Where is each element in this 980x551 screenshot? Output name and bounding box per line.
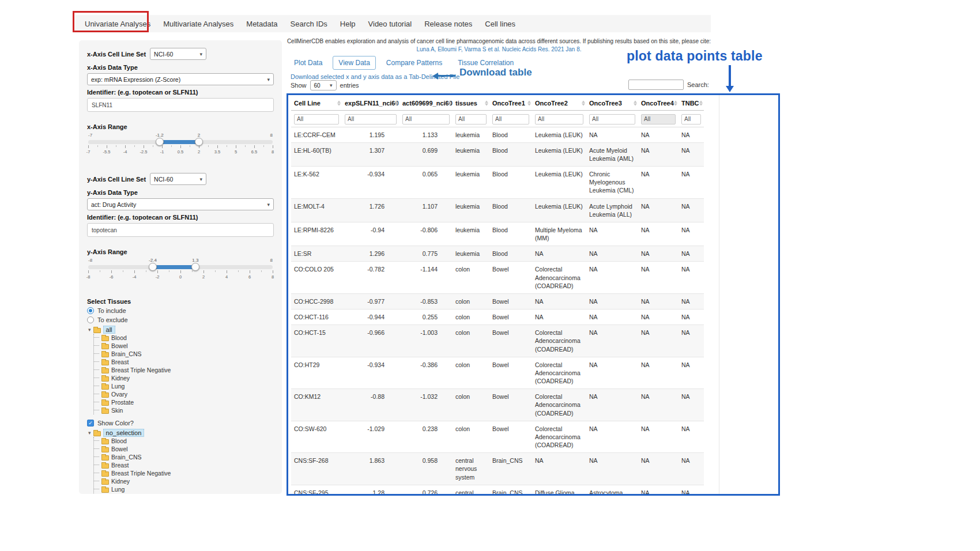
slider-handle-low[interactable] [156, 138, 164, 146]
sort-icon[interactable] [337, 101, 341, 106]
y-data-type-select[interactable]: act: Drug Activity ▾ [87, 198, 274, 210]
table-row[interactable]: CO:HCT-116-0.9440.255colonBowelNANANANA [291, 310, 704, 325]
sort-icon[interactable] [674, 101, 677, 106]
col-header-oncotree2[interactable]: OncoTree2 [532, 96, 586, 111]
include-tree-item-breast-triple-negative[interactable]: Breast Triple Negative [94, 366, 274, 374]
color-tree-item-kidney[interactable]: Kidney [94, 477, 274, 485]
y-cell-line-set-select[interactable]: NCI-60 ▾ [150, 173, 206, 185]
include-tree-item-brain-cns[interactable]: Brain_CNS [94, 350, 274, 358]
table-row[interactable]: LE:HL-60(TB)1.3070.699leukemiaBloodLeuke… [291, 142, 704, 166]
show-color-checkbox[interactable]: ✓ Show Color? [87, 420, 274, 427]
sort-icon[interactable] [448, 101, 451, 106]
table-cell: NA [679, 127, 704, 142]
table-row[interactable]: CNS:SF-2681.8630.958central nervous syst… [291, 453, 704, 485]
x-identifier-input[interactable] [87, 98, 274, 112]
column-filter-cell-line[interactable] [294, 114, 339, 124]
radio-to-include[interactable]: To include [87, 307, 274, 314]
sort-icon[interactable] [699, 101, 703, 106]
include-tree-item-kidney[interactable]: Kidney [94, 374, 274, 382]
nav-item-help[interactable]: Help [334, 20, 362, 28]
col-header-cell-line[interactable]: Cell Line [291, 96, 342, 111]
y-range-slider[interactable]: -88-2.41.3-8-6-4-202468 [88, 258, 273, 284]
column-filter-tissues[interactable] [455, 114, 487, 124]
tree-expand-icon[interactable]: ▾ [88, 327, 91, 333]
color-tree-root[interactable]: ▾no_selection [88, 429, 274, 437]
color-tree-item-breast-triple-negative[interactable]: Breast Triple Negative [94, 469, 274, 477]
column-filter-oncotree1[interactable] [492, 114, 529, 124]
tab-view-data[interactable]: View Data [333, 56, 375, 70]
nav-item-multivariate-analyses[interactable]: Multivariate Analyses [157, 20, 240, 28]
folder-icon [101, 336, 109, 341]
slider-handle-high[interactable] [191, 263, 199, 271]
include-tree-item-ovary[interactable]: Ovary [94, 390, 274, 398]
nav-item-release-notes[interactable]: Release notes [418, 20, 478, 28]
table-row[interactable]: LE:RPMI-8226-0.94-0.806leukemiaBloodMult… [291, 222, 704, 246]
column-filter-act609699-nci60[interactable] [402, 114, 450, 124]
include-tree-root-label[interactable]: all [103, 326, 115, 334]
color-tree-item-ovary[interactable]: Ovary [94, 493, 274, 494]
tree-item-label: Skin [111, 407, 123, 414]
column-filter-oncotree4[interactable] [641, 114, 676, 124]
x-cell-line-set-select[interactable]: NCI-60 ▾ [150, 48, 206, 60]
column-filter-expslfn11-nci60[interactable] [345, 114, 397, 124]
table-row[interactable]: CO:COLO 205-0.782-1.144colonBowelColorec… [291, 262, 704, 294]
col-header-tnbc[interactable]: TNBC [679, 96, 704, 111]
col-header-oncotree4[interactable]: OncoTree4 [638, 96, 679, 111]
color-tree-item-blood[interactable]: Blood [94, 437, 274, 445]
table-row[interactable]: CO:HCT-15-0.966-1.003colonBowelColorecta… [291, 325, 704, 357]
nav-item-search-ids[interactable]: Search IDs [284, 20, 334, 28]
tree-expand-icon[interactable]: ▾ [88, 430, 91, 436]
slider-handle-high[interactable] [195, 138, 203, 146]
table-row[interactable]: LE:K-562-0.9340.065leukemiaBloodLeukemia… [291, 167, 704, 199]
include-tree-item-prostate[interactable]: Prostate [94, 398, 274, 406]
table-row[interactable]: LE:MOLT-41.7261.107leukemiaBloodLeukemia… [291, 198, 704, 222]
include-tree-item-skin[interactable]: Skin [94, 406, 274, 414]
include-tree-item-blood[interactable]: Blood [94, 334, 274, 342]
x-range-slider[interactable]: -78-1.22-7-5.5-4-2.5-10.523.556.58 [88, 133, 273, 159]
x-data-type-select[interactable]: exp: mRNA Expression (Z-Score) ▾ [87, 73, 274, 85]
sort-icon[interactable] [527, 101, 531, 106]
col-header-expslfn11-nci60[interactable]: expSLFN11_nci60 [342, 96, 399, 111]
include-tree-item-lung[interactable]: Lung [94, 382, 274, 390]
nav-item-cell-lines[interactable]: Cell lines [478, 20, 522, 28]
search-input[interactable] [628, 80, 684, 90]
sort-icon[interactable] [395, 101, 398, 106]
color-tree-item-brain-cns[interactable]: Brain_CNS [94, 453, 274, 461]
download-table-annotation: Download table [459, 67, 532, 78]
slider-handle-low[interactable] [149, 263, 157, 271]
include-tree-item-bowel[interactable]: Bowel [94, 342, 274, 350]
entries-select[interactable]: 60 ▾ [310, 80, 337, 90]
tab-compare-patterns[interactable]: Compare Patterns [381, 56, 447, 69]
col-header-label: tissues [455, 100, 477, 107]
column-filter-tnbc[interactable] [681, 114, 701, 124]
include-tree-root[interactable]: ▾all [88, 326, 274, 334]
y-identifier-input[interactable] [87, 223, 274, 237]
sort-icon[interactable] [634, 101, 637, 106]
table-row[interactable]: CO:SW-620-1.0290.238colonBowelColorectal… [291, 421, 704, 453]
slider-tick-label: -4 [123, 149, 127, 154]
include-tree-item-breast[interactable]: Breast [94, 358, 274, 366]
nav-item-video-tutorial[interactable]: Video tutorial [362, 20, 419, 28]
col-header-act609699-nci60[interactable]: act609699_nci60 [399, 96, 453, 111]
color-tree-item-lung[interactable]: Lung [94, 485, 274, 493]
color-tree-item-bowel[interactable]: Bowel [94, 445, 274, 453]
column-filter-oncotree3[interactable] [589, 114, 635, 124]
table-row[interactable]: LE:CCRF-CEM1.1951.133leukemiaBloodLeukem… [291, 127, 704, 142]
color-tree-root-label[interactable]: no_selection [103, 429, 145, 437]
sort-icon[interactable] [485, 101, 488, 106]
table-row[interactable]: CO:HT29-0.934-0.386colonBowelColorectal … [291, 357, 704, 389]
nav-item-univariate-analyses[interactable]: Univariate Analyses [78, 20, 157, 28]
col-header-oncotree1[interactable]: OncoTree1 [489, 96, 532, 111]
table-row[interactable]: CO:HCC-2998-0.977-0.853colonBowelNANANAN… [291, 293, 704, 309]
table-row[interactable]: CNS:SF-2951.280.726central nervous syste… [291, 485, 704, 496]
column-filter-oncotree2[interactable] [535, 114, 583, 124]
table-row[interactable]: LE:SR1.2960.775leukemiaBloodNANANANA [291, 246, 704, 262]
nav-item-metadata[interactable]: Metadata [240, 20, 284, 28]
col-header-tissues[interactable]: tissues [453, 96, 489, 111]
sort-icon[interactable] [582, 101, 585, 106]
color-tree-item-breast[interactable]: Breast [94, 461, 274, 469]
table-row[interactable]: CO:KM12-0.88-1.032colonBowelColorectal A… [291, 389, 704, 421]
tab-plot-data[interactable]: Plot Data [289, 56, 327, 69]
radio-to-exclude[interactable]: To exclude [87, 316, 274, 323]
col-header-oncotree3[interactable]: OncoTree3 [586, 96, 638, 111]
